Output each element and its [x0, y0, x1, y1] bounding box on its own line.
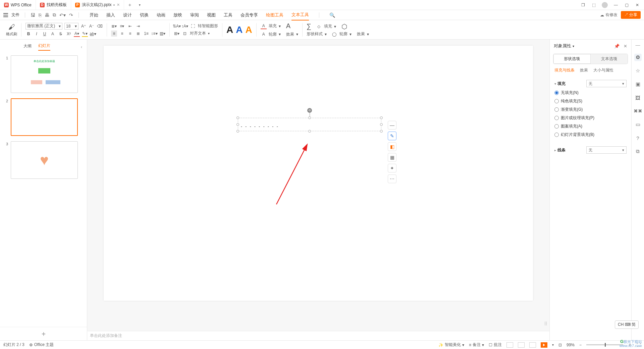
align-text-icon[interactable]: ⊡ [182, 31, 188, 37]
align-left-icon[interactable]: ≡ [111, 31, 117, 37]
align-text-label[interactable]: 对齐文本 [190, 31, 206, 36]
tab-view[interactable]: 视图 [207, 10, 216, 20]
add-slide-button[interactable]: ＋ [0, 327, 87, 340]
tab-member[interactable]: 会员专享 [240, 10, 258, 20]
ft-layout-icon[interactable]: ▦ [388, 153, 396, 162]
collapse-panel-icon[interactable]: ‹ [81, 45, 82, 49]
rail-collapse-icon[interactable]: — [636, 42, 640, 48]
clear-format-icon[interactable]: ⌫ [97, 23, 103, 29]
theme-indicator[interactable]: ⚙ Office 主题 [29, 342, 54, 348]
view-sorter-icon[interactable] [518, 342, 525, 348]
text-effect-icon[interactable]: A [286, 22, 290, 30]
fit-icon[interactable]: ⊡ [558, 343, 562, 347]
text-autofit-icon[interactable]: ⊞▾ [174, 31, 180, 37]
radio-no-fill[interactable]: 无填充(N) [554, 90, 627, 96]
tab-animation[interactable]: 动画 [157, 10, 165, 20]
char-spacing-icon[interactable]: a͟b▾ [90, 31, 96, 37]
comments-toggle[interactable]: ☐ 批注 [489, 342, 502, 348]
shape-outline-icon[interactable]: ◯ [331, 31, 337, 37]
close-tab-icon[interactable]: ✕ [117, 3, 120, 7]
search-icon[interactable]: 🔍 [329, 12, 335, 18]
highlight-icon[interactable]: ✎▾ [82, 31, 88, 37]
tab-design[interactable]: 设计 [123, 10, 132, 20]
close-window-icon[interactable]: ✕ [635, 2, 640, 8]
hamburger-icon[interactable] [3, 13, 8, 17]
tab-text-tools[interactable]: 文本工具 [291, 10, 309, 20]
export-icon[interactable]: ⎘ [39, 12, 41, 18]
seg-shape-options[interactable]: 形状选项 [553, 54, 591, 64]
slide-thumb-3[interactable]: ♥ [11, 141, 78, 179]
cube-icon[interactable]: ⬚ [591, 2, 596, 8]
wordart-style-3[interactable]: A [245, 24, 252, 35]
strike-icon[interactable]: S̶ [58, 31, 64, 37]
share-button[interactable]: ↗ 分享 [621, 11, 641, 19]
numbering-icon[interactable]: ≡▾ [119, 23, 125, 29]
shape-3d-icon[interactable]: ⬡ [341, 22, 347, 31]
modified-indicator[interactable]: ☁ 有修改 [600, 12, 618, 18]
slide-options-icon[interactable]: ⠿ [544, 323, 547, 325]
underline-icon[interactable]: U [42, 31, 48, 37]
prop-tab-fill-line[interactable]: 填充与线条 [554, 67, 575, 73]
shape-style-icon[interactable]: ∑ [307, 22, 311, 30]
minimize-icon[interactable]: — [613, 2, 619, 8]
file-menu[interactable]: 文件 [11, 12, 19, 18]
align-center-icon[interactable]: ≡ [119, 31, 125, 37]
smart-graphic-label[interactable]: 转智能图形 [198, 23, 218, 29]
radio-slidebg-fill[interactable]: 幻灯片背景填充(B) [554, 132, 627, 138]
smart-graphic-icon[interactable]: ⛶ [190, 23, 196, 29]
resize-handle[interactable] [236, 130, 239, 133]
columns-icon[interactable]: ▥▾ [159, 31, 165, 37]
shrink-font-icon[interactable]: A⁻ [89, 23, 95, 29]
view-reading-icon[interactable] [529, 342, 536, 348]
undo-icon[interactable]: ↶▾ [59, 12, 66, 18]
rail-layers-icon[interactable]: ▣ [634, 81, 642, 88]
wordart-style-1[interactable]: A [226, 24, 233, 35]
resize-handle[interactable] [380, 123, 383, 126]
selected-textbox[interactable]: ⟲ - - - - - - - - - — ✎ ◧ ▦ [238, 118, 381, 131]
text-direction-icon[interactable]: ⇅A▾ [174, 23, 180, 29]
ft-magic-icon[interactable]: ✦ [388, 164, 396, 172]
grow-font-icon[interactable]: A⁺ [80, 23, 87, 29]
print-preview-icon[interactable]: ⧉ [53, 12, 56, 18]
resize-handle[interactable] [236, 116, 239, 119]
slide-thumb-1[interactable]: 单击此处添加标题 [11, 55, 78, 93]
resize-handle[interactable] [380, 116, 383, 119]
rotate-handle-icon[interactable]: ⟲ [307, 108, 312, 113]
tab-transition[interactable]: 切换 [140, 10, 149, 20]
tab-wps-home[interactable]: W WPS Office [0, 0, 36, 10]
text-fill-icon[interactable]: A [261, 23, 267, 29]
indent-dec-icon[interactable]: ⇤ [127, 23, 133, 29]
superscript-icon[interactable]: X² [66, 31, 72, 37]
ft-edit-icon[interactable]: ✎ [388, 132, 396, 140]
indent-inc-icon[interactable]: ⇥ [135, 23, 141, 29]
tab-review[interactable]: 审阅 [190, 10, 199, 20]
radio-pattern-fill[interactable]: 图案填充(A) [554, 123, 627, 129]
italic-icon[interactable]: I [34, 31, 40, 37]
wordart-style-2[interactable]: A [236, 24, 243, 35]
save-icon[interactable]: 🖫 [31, 12, 35, 18]
new-tab-button[interactable]: ＋ [124, 2, 136, 8]
wordart-group[interactable]: A A A [224, 20, 255, 39]
line-preset-select[interactable]: 无▾ [586, 146, 627, 154]
fill-preset-select[interactable]: 无▾ [586, 80, 627, 87]
tab-start[interactable]: 开始 [90, 10, 98, 20]
font-size-select[interactable]: 18▾ [64, 23, 78, 30]
tab-drawing-tools[interactable]: 绘图工具 [266, 10, 283, 20]
rail-settings-icon[interactable]: ⚙ [634, 54, 642, 61]
ft-ai-icon[interactable]: — [388, 121, 396, 130]
text-outline-icon[interactable]: A [261, 31, 267, 37]
pin-icon[interactable]: 📌 [614, 44, 620, 49]
rail-tools-icon[interactable]: ✖✖ [634, 107, 642, 115]
zoom-value[interactable]: 99% [567, 343, 575, 347]
format-painter-group[interactable]: 🖌格式刷 [3, 20, 20, 39]
rail-help-icon[interactable]: ? [634, 134, 642, 142]
rail-star-icon[interactable]: ☆ [634, 67, 642, 74]
rail-image-icon[interactable]: 🖼 [634, 94, 642, 101]
view-normal-icon[interactable] [506, 342, 513, 348]
beautify-button[interactable]: ✨ 智能美化 ▾ [438, 342, 464, 348]
shape-fill-icon[interactable]: ◇ [316, 23, 322, 30]
prop-tab-effect[interactable]: 效果 [580, 67, 588, 73]
view-slideshow-icon[interactable] [541, 342, 547, 348]
line-spacing-icon[interactable]: ↕≡▾ [151, 31, 157, 37]
slides-tab[interactable]: 幻灯片 [38, 43, 50, 51]
